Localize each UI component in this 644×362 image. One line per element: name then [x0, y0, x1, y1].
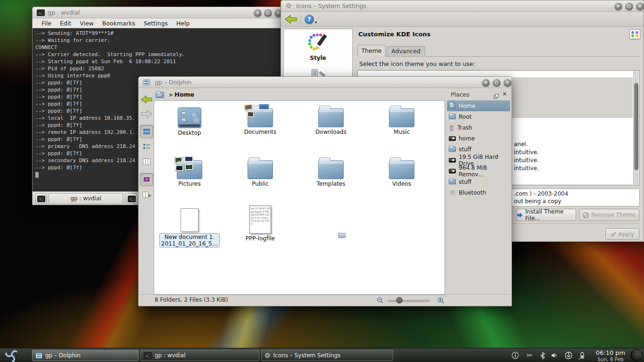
- tray-klipper-icon[interactable]: ✂: [525, 351, 534, 360]
- maximize-button[interactable]: ○: [264, 9, 272, 17]
- folder-view[interactable]: Desktop Documents Downloads Music: [154, 100, 445, 295]
- split-view-button[interactable]: [140, 188, 153, 201]
- columns-view-icon: [143, 158, 150, 165]
- desktop-folder-icon: [178, 107, 201, 128]
- clock-time: 06:10 pm: [592, 349, 629, 356]
- konsole-tab-label: gp : wvdial: [70, 195, 101, 202]
- places-label: 964.8 MiB Remov…: [459, 165, 510, 178]
- zoom-slider-handle[interactable]: [396, 297, 403, 304]
- menu-item-file[interactable]: File: [37, 20, 56, 27]
- dolphin-window: gp – Dolphin ▾ ○ × ⌂ > Home: [138, 76, 512, 306]
- menu-item-edit[interactable]: Edit: [56, 20, 75, 27]
- file-item-templates[interactable]: Templates: [300, 156, 362, 187]
- breadcrumb[interactable]: Home: [174, 91, 194, 98]
- menu-item-settings[interactable]: Settings: [140, 20, 172, 27]
- close-button[interactable]: ×: [636, 2, 644, 10]
- places-label: Bluetooth: [459, 189, 486, 196]
- file-item-videos[interactable]: Videos: [371, 156, 432, 187]
- maximize-button[interactable]: ○: [493, 79, 501, 87]
- places-header[interactable]: Places ×: [447, 89, 510, 100]
- system-settings-titlebar[interactable]: ⚙ Icons – System Settings ▾ ○ ×: [281, 0, 644, 12]
- file-item-desktop[interactable]: Desktop: [159, 104, 220, 136]
- scrollbar-track[interactable]: [633, 71, 639, 184]
- close-button[interactable]: ×: [504, 79, 512, 87]
- task-konsole[interactable]: >_ gp : wvdial: [140, 350, 259, 361]
- back-arrow-icon: [285, 15, 297, 24]
- file-item-music[interactable]: Music: [371, 104, 432, 135]
- forward-button[interactable]: [140, 107, 153, 121]
- launcher-button[interactable]: [5, 348, 19, 362]
- places-item-trash[interactable]: Trash: [447, 122, 510, 133]
- minimize-button[interactable]: ▾: [254, 9, 262, 17]
- minimize-button[interactable]: ▾: [482, 79, 490, 87]
- konsole-titlebar[interactable]: >_ gp : wvdial ▾ ○ ×: [33, 7, 296, 18]
- file-item-ppp-logfile[interactable]: Jan 17 09:47:18 gp-Aspire-5738 pppd[1946…: [230, 205, 291, 242]
- float-panel-icon[interactable]: [494, 92, 499, 101]
- tab-theme[interactable]: Theme: [357, 45, 386, 57]
- terminal-line: --> Waiting for carrier.: [35, 37, 296, 44]
- places-item-removable[interactable]: 964.8 MiB Remov…: [447, 165, 510, 176]
- icons-view-icon: [143, 128, 150, 135]
- check-icon: [611, 231, 616, 237]
- hard-drive-icon: [449, 158, 456, 163]
- select-theme-label: Select the icon theme you want to use:: [359, 60, 475, 67]
- close-tab-button[interactable]: >_: [126, 193, 137, 204]
- tray-volume-icon[interactable]: [550, 351, 559, 360]
- menu-item-view[interactable]: View: [75, 20, 98, 27]
- places-label: home: [459, 135, 475, 142]
- breadcrumb-home-button[interactable]: ⌂: [156, 91, 167, 100]
- taskbar-panel: gp – Dolphin >_ gp : wvdial ⚙ Icons – Sy…: [0, 348, 644, 362]
- task-system-settings[interactable]: ⚙ Icons – System Settings: [261, 350, 393, 361]
- chevron-down-icon[interactable]: ▾: [315, 20, 317, 25]
- install-theme-button[interactable]: Install Theme File...: [517, 209, 576, 221]
- places-item-bluetooth[interactable]: ⚙ Bluetooth: [447, 187, 510, 198]
- places-item-root[interactable]: Root: [447, 111, 510, 122]
- pictures-folder-icon: [177, 160, 202, 179]
- details-view-button[interactable]: [140, 140, 153, 153]
- task-label: gp : wvdial: [155, 352, 185, 359]
- tray-bluetooth-icon[interactable]: [538, 351, 547, 360]
- places-item-home-partition[interactable]: home: [447, 133, 510, 144]
- file-item-downloads[interactable]: Downloads: [300, 104, 362, 135]
- home-folder-icon: ⌂: [449, 103, 456, 108]
- zoom-in-icon[interactable]: [438, 297, 445, 306]
- maximize-button[interactable]: ○: [625, 2, 633, 10]
- terminal-line: --> Starting pppd at Sun Feb 6 18:08:22 …: [35, 58, 296, 66]
- icons-view-button[interactable]: [140, 125, 153, 138]
- zoom-out-icon[interactable]: [377, 297, 384, 306]
- back-button[interactable]: [285, 15, 297, 26]
- preview-toggle-button[interactable]: [140, 173, 153, 186]
- scrollbar-thumb[interactable]: [634, 83, 638, 170]
- theme-description-fragment: intuitive.: [514, 157, 539, 164]
- folder-icon: [318, 108, 344, 127]
- dolphin-titlebar[interactable]: gp – Dolphin ▾ ○ ×: [139, 77, 512, 88]
- panel-toolbox-cashew[interactable]: [630, 349, 642, 361]
- places-item-home[interactable]: ⌂ Home: [447, 100, 510, 111]
- close-panel-icon[interactable]: ×: [502, 90, 507, 97]
- clock-widget[interactable]: 06:10 pm Sun, 6 Feb: [592, 349, 629, 362]
- places-item-stuff-2[interactable]: stuff: [447, 176, 510, 187]
- new-tab-button[interactable]: >_: [35, 193, 47, 204]
- file-item-public[interactable]: Public: [230, 156, 291, 187]
- minimize-button[interactable]: ▾: [614, 2, 622, 10]
- remove-theme-button[interactable]: Remove Theme: [579, 209, 639, 221]
- tab-advanced[interactable]: Advanced: [387, 46, 425, 57]
- file-item-new-document[interactable]: New document 1.2011_01_20_16_5…: [159, 205, 220, 247]
- konsole-tab[interactable]: gp : wvdial: [49, 193, 123, 204]
- file-item-documents[interactable]: Documents: [230, 104, 291, 135]
- tray-battery-icon[interactable]: [577, 351, 586, 360]
- task-dolphin[interactable]: gp – Dolphin: [32, 350, 139, 361]
- help-button[interactable]: ?: [305, 15, 314, 24]
- tray-info-icon[interactable]: [511, 351, 520, 360]
- menu-item-help[interactable]: Help: [172, 20, 194, 27]
- sidebar-item-style[interactable]: Style: [284, 29, 352, 61]
- file-item-pictures[interactable]: Pictures: [159, 156, 220, 187]
- zoom-slider-track[interactable]: [388, 300, 430, 302]
- menu-item-bookmarks[interactable]: Bookmarks: [98, 20, 140, 27]
- apply-button[interactable]: Apply: [605, 228, 639, 240]
- columns-view-button[interactable]: [140, 155, 153, 168]
- back-button[interactable]: [140, 93, 153, 106]
- tray-usb-device-icon[interactable]: [564, 351, 573, 360]
- places-label: Home: [459, 103, 475, 109]
- terminal-line: --> Pid of pppd: 25082: [35, 66, 296, 73]
